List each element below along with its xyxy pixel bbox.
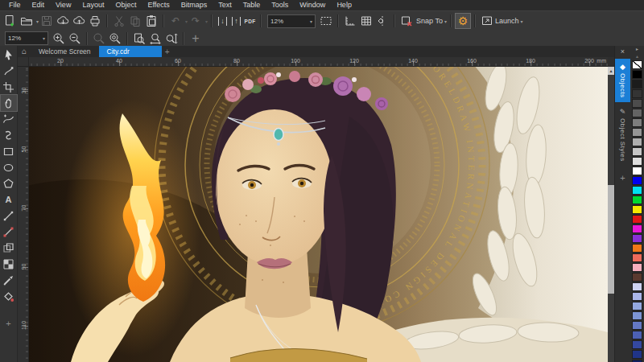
- text-tool[interactable]: A: [1, 191, 17, 208]
- eyedropper-tool[interactable]: [1, 272, 17, 288]
- color-swatch[interactable]: [632, 292, 642, 301]
- color-swatch[interactable]: [632, 195, 642, 204]
- menu-item[interactable]: Window: [294, 0, 331, 10]
- pattern-fill-tool[interactable]: [1, 256, 17, 272]
- menu-item[interactable]: View: [50, 0, 76, 10]
- color-swatch[interactable]: [632, 311, 642, 320]
- docker-close-icon[interactable]: ×: [621, 46, 625, 57]
- color-swatch[interactable]: [632, 109, 642, 117]
- pan-tool[interactable]: [1, 95, 17, 111]
- import-button[interactable]: ↓: [216, 13, 229, 29]
- snap-off-button[interactable]: [398, 13, 415, 29]
- launch-caret[interactable]: ▾: [520, 19, 522, 24]
- color-swatch[interactable]: [632, 321, 642, 330]
- add-tool-button[interactable]: +: [1, 315, 17, 331]
- polygon-tool[interactable]: [1, 175, 17, 191]
- export-button[interactable]: ↑: [229, 13, 243, 29]
- canvas-vertical-scrollbar[interactable]: ▴: [608, 67, 614, 362]
- zoom-to-page-height-button[interactable]: [163, 31, 180, 47]
- save-to-cloud-button[interactable]: [71, 13, 87, 29]
- zoom-in-button[interactable]: [51, 31, 67, 47]
- undo-button[interactable]: ↶: [167, 13, 184, 29]
- color-swatch[interactable]: [632, 282, 642, 291]
- redo-dropdown-caret[interactable]: ▾: [205, 19, 208, 24]
- color-swatch[interactable]: [632, 205, 642, 214]
- color-swatch[interactable]: [632, 234, 642, 243]
- fullscreen-preview-button[interactable]: [318, 13, 334, 29]
- open-button[interactable]: [19, 13, 35, 29]
- menu-item[interactable]: Object: [109, 0, 142, 10]
- docker-tab-object-styles[interactable]: ✎ Object Styles: [615, 104, 631, 166]
- menu-item[interactable]: File: [3, 0, 27, 10]
- crop-tool[interactable]: [1, 79, 17, 95]
- color-swatch[interactable]: [632, 215, 642, 224]
- smart-fill-tool[interactable]: [1, 288, 17, 304]
- color-swatch[interactable]: [632, 176, 642, 185]
- color-swatch[interactable]: [632, 331, 642, 339]
- menu-item[interactable]: Layout: [76, 0, 109, 10]
- color-swatch[interactable]: [632, 147, 642, 156]
- color-swatch[interactable]: [632, 273, 642, 282]
- freehand-tool[interactable]: [1, 111, 17, 127]
- color-swatch[interactable]: [632, 89, 642, 98]
- interactive-fill-tool[interactable]: [1, 240, 17, 256]
- scroll-up-button[interactable]: ▴: [608, 67, 614, 75]
- dimension-tool[interactable]: [1, 224, 17, 240]
- propbar-zoom-caret[interactable]: ▾: [43, 35, 45, 41]
- menu-item[interactable]: Tools: [266, 0, 294, 10]
- pick-tool[interactable]: [1, 47, 17, 63]
- horizontal-ruler[interactable]: mm 20406080100120140160180200: [29, 57, 608, 67]
- artistic-media-tool[interactable]: [1, 127, 17, 143]
- ellipse-tool[interactable]: [1, 159, 17, 175]
- color-swatch[interactable]: [632, 340, 642, 349]
- propbar-zoom-combo[interactable]: 12% ▾: [5, 31, 48, 45]
- redo-button[interactable]: ↷: [188, 13, 204, 29]
- color-swatch[interactable]: [632, 80, 642, 88]
- color-swatch[interactable]: [632, 167, 642, 175]
- zoom-to-all-objects-button[interactable]: [107, 31, 123, 47]
- palette-flyout-icon[interactable]: ▸: [636, 46, 638, 53]
- zoom-to-page-button[interactable]: [131, 31, 147, 47]
- zoom-to-page-width-button[interactable]: [147, 31, 163, 47]
- color-swatch[interactable]: [632, 99, 642, 108]
- menu-item[interactable]: Text: [213, 0, 237, 10]
- color-swatch[interactable]: [632, 224, 642, 233]
- docker-tab-objects[interactable]: ◆ Objects: [615, 59, 631, 102]
- scrollbar-thumb[interactable]: [608, 185, 614, 294]
- options-gear-button[interactable]: ⚙: [455, 13, 471, 29]
- rectangle-tool[interactable]: [1, 143, 17, 159]
- menu-item[interactable]: Table: [237, 0, 266, 10]
- publish-to-pdf-button[interactable]: PDF: [243, 13, 257, 29]
- customize-toolbar-button[interactable]: +: [188, 31, 204, 47]
- color-swatch[interactable]: [632, 253, 642, 262]
- new-document-button[interactable]: [2, 13, 19, 29]
- launch-button[interactable]: Launch: [495, 17, 519, 25]
- palette-scroll-up-icon[interactable]: ▴: [636, 53, 638, 60]
- new-tab-button[interactable]: +: [162, 47, 173, 56]
- tab-city-cdr[interactable]: City.cdr: [99, 46, 162, 57]
- color-swatch[interactable]: [632, 263, 642, 272]
- show-guidelines-button[interactable]: [374, 13, 390, 29]
- menu-item[interactable]: Help: [331, 0, 357, 10]
- menu-item[interactable]: Edit: [27, 0, 51, 10]
- tab-welcome-screen[interactable]: Welcome Screen: [31, 46, 99, 57]
- color-swatch[interactable]: [632, 244, 642, 253]
- show-grid-button[interactable]: [358, 13, 374, 29]
- color-swatch[interactable]: [632, 186, 642, 195]
- open-from-cloud-button[interactable]: [55, 13, 71, 29]
- shape-tool[interactable]: [1, 63, 17, 79]
- add-docker-button[interactable]: +: [620, 173, 625, 183]
- color-swatch[interactable]: [632, 128, 642, 137]
- show-rulers-button[interactable]: [342, 13, 358, 29]
- copy-button[interactable]: [127, 13, 143, 29]
- zoom-combo-caret[interactable]: ▾: [310, 19, 312, 24]
- zoom-level-combo[interactable]: 12% ▾: [267, 14, 316, 28]
- home-icon[interactable]: ⌂: [18, 46, 31, 57]
- snap-to-caret[interactable]: ▾: [444, 19, 447, 24]
- save-button[interactable]: [39, 13, 55, 29]
- snap-to-label[interactable]: Snap To: [416, 17, 443, 25]
- color-swatch[interactable]: [632, 60, 642, 69]
- line-tool[interactable]: [1, 208, 17, 224]
- menu-item[interactable]: Bitmaps: [175, 0, 213, 10]
- color-swatch[interactable]: [632, 138, 642, 146]
